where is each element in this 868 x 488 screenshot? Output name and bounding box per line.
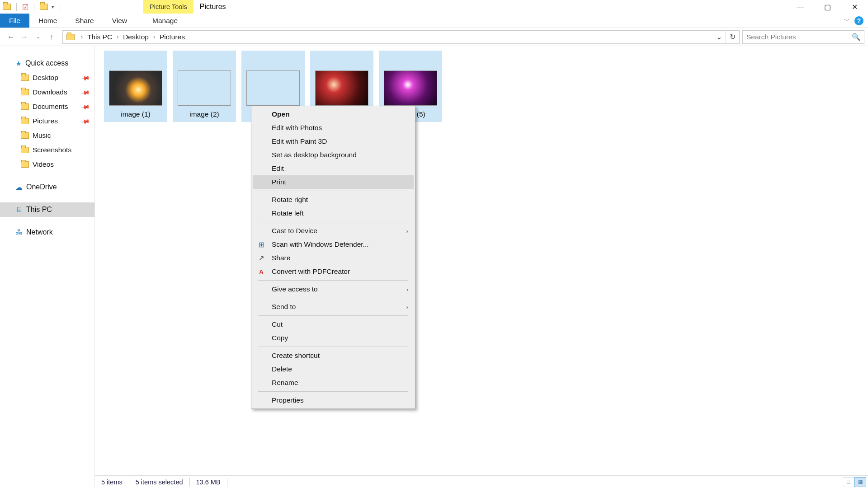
menu-item[interactable]: Open <box>253 108 414 121</box>
tab-manage[interactable]: Manage <box>143 14 187 28</box>
refresh-button[interactable]: ↻ <box>726 31 739 43</box>
title-bar: ☑ ▾ Picture Tools Pictures — ▢ ✕ <box>0 0 868 14</box>
window-controls: — ▢ ✕ <box>787 0 868 14</box>
menu-item[interactable]: Send to › <box>253 300 414 314</box>
file-thumbnail[interactable]: image (1) <box>104 51 167 122</box>
menu-item[interactable]: Edit with Paint 3D <box>253 135 414 148</box>
menu-item-label: Scan with Windows Defender... <box>272 240 369 249</box>
nav-label: Pictures <box>33 117 58 125</box>
menu-item[interactable]: Delete <box>253 362 414 376</box>
up-button[interactable]: ↑ <box>46 32 57 42</box>
address-dropdown-icon[interactable]: ⌄ <box>712 33 726 41</box>
menu-item[interactable]: ⊞Scan with Windows Defender... <box>253 238 414 251</box>
tab-file[interactable]: File <box>0 14 29 28</box>
menu-item-label: Rename <box>272 379 298 387</box>
pin-icon: 📌 <box>80 116 90 126</box>
maximize-button[interactable]: ▢ <box>814 0 841 14</box>
forward-button[interactable]: → <box>19 32 30 42</box>
menu-item[interactable]: AConvert with PDFCreator <box>253 265 414 278</box>
menu-item[interactable]: Rotate left <box>253 206 414 220</box>
menu-item[interactable]: Rename <box>253 376 414 389</box>
menu-item-label: Delete <box>272 365 292 373</box>
menu-item[interactable]: Properties <box>253 394 414 407</box>
close-button[interactable]: ✕ <box>841 0 868 14</box>
thumbnail-image <box>178 70 231 106</box>
nav-item[interactable]: Music <box>0 128 94 143</box>
nav-onedrive[interactable]: ☁ OneDrive <box>0 180 94 194</box>
menu-item-label: Cut <box>272 320 283 328</box>
menu-item-label: Create shortcut <box>272 352 320 360</box>
qat-folder-icon[interactable] <box>3 4 11 10</box>
menu-item[interactable]: Edit <box>253 162 414 175</box>
menu-separator <box>258 280 408 281</box>
menu-item-label: Copy <box>272 334 288 342</box>
menu-item-label: Edit with Paint 3D <box>272 137 327 145</box>
menu-item-label: Send to <box>272 303 296 311</box>
view-details-button[interactable]: ☰ <box>843 477 854 487</box>
star-icon: ★ <box>15 59 22 68</box>
folder-icon <box>21 147 29 153</box>
contextual-tab-picture-tools[interactable]: Picture Tools <box>143 0 193 14</box>
menu-item[interactable]: ↗Share <box>253 251 414 265</box>
file-pane[interactable]: image (1) image (2) image (3) image (4) … <box>95 46 868 488</box>
menu-item-label: Open <box>272 110 290 118</box>
search-input[interactable]: Search Pictures 🔍 <box>742 30 864 44</box>
menu-separator <box>258 222 408 222</box>
nav-item[interactable]: Documents 📌 <box>0 99 94 114</box>
breadcrumb-pictures[interactable]: Pictures <box>158 33 187 41</box>
folder-icon <box>21 89 29 95</box>
menu-item[interactable]: Edit with Photos <box>253 121 414 135</box>
nav-tree: ★ Quick access Desktop 📌 Downloads 📌 Doc… <box>0 46 95 488</box>
qat-dropdown-icon[interactable]: ▾ <box>52 4 54 10</box>
file-thumbnail[interactable]: image (2) <box>173 51 236 122</box>
address-bar[interactable]: › This PC › Desktop › Pictures ⌄ ↻ <box>62 30 740 44</box>
nav-item[interactable]: Pictures 📌 <box>0 114 94 128</box>
back-button[interactable]: ← <box>5 32 16 42</box>
nav-quick-access[interactable]: ★ Quick access <box>0 56 94 70</box>
menu-item[interactable]: Create shortcut <box>253 349 414 362</box>
ribbon-collapse-icon[interactable]: ﹀ <box>844 17 850 25</box>
nav-item[interactable]: Screenshots <box>0 143 94 157</box>
nav-label: Music <box>33 131 51 140</box>
nav-label: Network <box>26 228 53 236</box>
menu-item-label: Print <box>272 178 286 186</box>
chevron-right-icon[interactable]: › <box>78 34 85 40</box>
tab-home[interactable]: Home <box>29 14 66 28</box>
view-thumbnails-button[interactable]: ▦ <box>854 477 866 487</box>
onedrive-icon: ☁ <box>15 183 23 192</box>
menu-item-label: Give access to <box>272 285 318 293</box>
qat-properties-icon[interactable]: ☑ <box>22 3 28 11</box>
chevron-right-icon[interactable]: › <box>114 34 121 40</box>
breadcrumb-desktop[interactable]: Desktop <box>121 33 151 41</box>
nav-label: Quick access <box>25 59 68 67</box>
qat-separator <box>16 3 17 11</box>
menu-item[interactable]: Give access to › <box>253 282 414 296</box>
menu-item[interactable]: Print <box>253 175 414 189</box>
menu-separator <box>258 347 408 347</box>
qat-newfolder-icon[interactable] <box>40 4 48 10</box>
nav-item[interactable]: Videos <box>0 157 94 172</box>
menu-item[interactable]: Set as desktop background <box>253 148 414 162</box>
nav-this-pc[interactable]: 🖥 This PC <box>0 202 94 217</box>
nav-item[interactable]: Downloads 📌 <box>0 85 94 99</box>
search-placeholder: Search Pictures <box>746 33 796 41</box>
thumbnail-image <box>246 70 300 106</box>
menu-separator <box>258 191 408 191</box>
pin-icon: 📌 <box>80 87 90 97</box>
breadcrumb-this-pc[interactable]: This PC <box>85 33 114 41</box>
share-icon: ↗ <box>257 254 265 262</box>
recent-locations-button[interactable]: ⌄ <box>33 32 43 42</box>
menu-item[interactable]: Cut <box>253 318 414 331</box>
tab-view[interactable]: View <box>103 14 136 28</box>
menu-item-label: Rotate left <box>272 209 304 217</box>
menu-item[interactable]: Cast to Device › <box>253 224 414 238</box>
menu-item[interactable]: Copy <box>253 331 414 345</box>
tab-share[interactable]: Share <box>66 14 103 28</box>
chevron-right-icon[interactable]: › <box>151 34 158 40</box>
menu-item[interactable]: Rotate right <box>253 193 414 206</box>
help-icon[interactable]: ? <box>854 16 863 25</box>
minimize-button[interactable]: — <box>787 0 814 14</box>
nav-network[interactable]: 🖧 Network <box>0 225 94 239</box>
nav-item[interactable]: Desktop 📌 <box>0 70 94 85</box>
nav-label: Screenshots <box>33 146 71 154</box>
